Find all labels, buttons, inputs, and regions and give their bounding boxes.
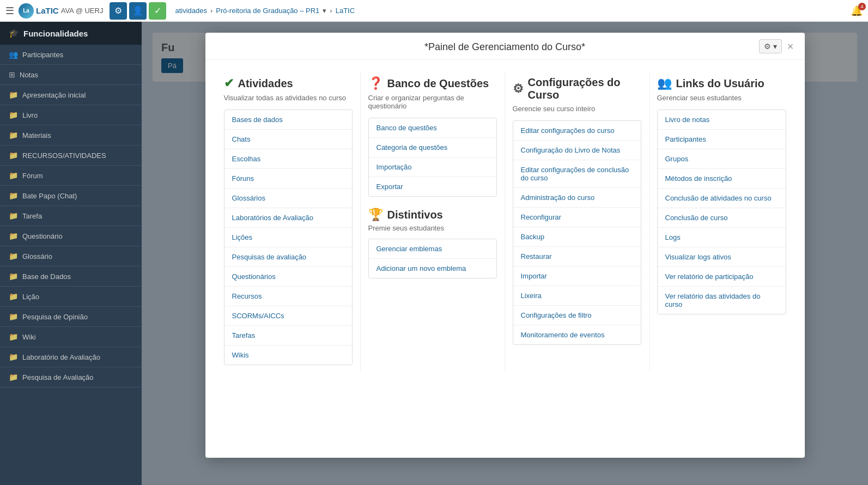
sidebar-item-participantes[interactable]: 👥 Participantes xyxy=(0,45,142,65)
link-categoria-questoes[interactable]: Categoria de questões xyxy=(369,138,496,157)
link-licoes[interactable]: Lições xyxy=(224,228,352,247)
banco-questoes-icon: ❓ xyxy=(368,76,383,90)
sidebar-item-basededados[interactable]: 📁 Base de Dados xyxy=(0,266,142,287)
link-reconfigurar[interactable]: Reconfigurar xyxy=(513,208,641,227)
link-grupos[interactable]: Grupos xyxy=(658,149,786,169)
sidebar-label-licao: Lição xyxy=(22,293,39,301)
link-importacao[interactable]: Importação xyxy=(369,157,496,177)
sidebar-label-forum: Fórum xyxy=(22,172,43,180)
notification-bell[interactable]: 🔔 4 xyxy=(851,5,863,17)
sidebar-item-materiais[interactable]: 📁 Materiais xyxy=(0,125,142,146)
modal-gear-button[interactable]: ⚙ ▾ xyxy=(759,39,782,53)
hamburger-menu-icon[interactable]: ☰ xyxy=(5,5,14,17)
link-conclusao-atividades[interactable]: Conclusão de atividades no curso xyxy=(658,189,786,208)
atividades-title: ✔ Atividades xyxy=(224,76,353,90)
modal-close-button[interactable]: × xyxy=(785,41,796,52)
link-scorms[interactable]: SCORMs/AICCs xyxy=(224,306,352,326)
sidebar-label-livro: Livro xyxy=(22,111,38,119)
breadcrumb-latic[interactable]: LaTIC xyxy=(336,7,355,15)
link-editar-config-conclusao[interactable]: Editar configurações de conclusão do cur… xyxy=(513,160,641,188)
sidebar-item-glossario[interactable]: 📁 Glossário xyxy=(0,246,142,266)
sidebar-label-wiki: Wiki xyxy=(22,333,36,341)
sidebar-item-pesquisa-avaliacao[interactable]: 📁 Pesquisa de Avaliação xyxy=(0,367,142,387)
sidebar-item-forum[interactable]: 📁 Fórum xyxy=(0,166,142,186)
folder-icon-13: 📁 xyxy=(9,332,18,341)
link-foruns[interactable]: Fóruns xyxy=(224,169,352,189)
distintivos-subtitle: Premie seus estudantes xyxy=(368,224,497,232)
folder-icon-14: 📁 xyxy=(9,353,18,361)
link-restaurar[interactable]: Restaurar xyxy=(513,247,641,266)
link-conclusao-curso[interactable]: Conclusão de curso xyxy=(658,208,786,228)
settings-icon-btn[interactable]: ⚙ xyxy=(110,2,127,20)
sidebar-item-livro[interactable]: 📁 Livro xyxy=(0,105,142,125)
sidebar-item-apresentacao[interactable]: 📁 Apresentação inicial xyxy=(0,85,142,105)
gear-icon: ⚙ xyxy=(764,42,771,51)
link-adicionar-emblema[interactable]: Adicionar um novo emblema xyxy=(369,259,496,278)
link-backup[interactable]: Backup xyxy=(513,227,641,247)
link-bases-de-dados[interactable]: Bases de dados xyxy=(224,110,352,130)
configuracoes-links: Editar configurações do curso Configuraç… xyxy=(513,120,641,345)
banco-questoes-title: ❓ Banco de Questões xyxy=(368,76,497,90)
link-questionarios[interactable]: Questionários xyxy=(224,267,352,287)
sidebar-item-pesquisa-opiniao[interactable]: 📁 Pesquisa de Opinião xyxy=(0,307,142,327)
sidebar-item-recursos[interactable]: 📁 RECURSOS/ATIVIDADES xyxy=(0,146,142,166)
link-metodos-inscricao[interactable]: Métodos de inscrição xyxy=(658,169,786,189)
link-wikis[interactable]: Wikis xyxy=(224,345,352,365)
link-glossarios[interactable]: Glossários xyxy=(224,189,352,208)
link-logs[interactable]: Logs xyxy=(658,228,786,247)
notas-icon: ⊞ xyxy=(9,70,15,79)
sidebar-item-licao[interactable]: 📁 Lição xyxy=(0,287,142,307)
sidebar-label-apresentacao: Apresentação inicial xyxy=(22,91,86,99)
link-banco-questoes[interactable]: Banco de questões xyxy=(369,118,496,138)
folder-icon-5: 📁 xyxy=(9,171,18,180)
atividades-section: ✔ Atividades Visualizar todas as ativida… xyxy=(216,71,361,371)
link-tarefas[interactable]: Tarefas xyxy=(224,326,352,345)
link-livro-notas[interactable]: Livro de notas xyxy=(658,110,786,130)
modal-body: ✔ Atividades Visualizar todas as ativida… xyxy=(205,60,805,381)
folder-icon-6: 📁 xyxy=(9,191,18,200)
link-configuracoes-filtro[interactable]: Configurações de filtro xyxy=(513,306,641,325)
sidebar-item-wiki[interactable]: 📁 Wiki xyxy=(0,327,142,347)
sidebar-item-tarefa[interactable]: 📁 Tarefa xyxy=(0,206,142,226)
link-relatorio-atividades[interactable]: Ver relatório das atividades do curso xyxy=(658,287,786,314)
link-administracao-curso[interactable]: Administração do curso xyxy=(513,188,641,208)
link-exportar[interactable]: Exportar xyxy=(369,177,496,196)
sidebar-item-notas[interactable]: ⊞ Notas xyxy=(0,65,142,85)
check-icon-btn[interactable]: ✓ xyxy=(149,2,166,20)
link-importar[interactable]: Importar xyxy=(513,266,641,286)
folder-icon-2: 📁 xyxy=(9,111,18,119)
users-icon-btn[interactable]: 👤 xyxy=(129,2,147,20)
atividades-subtitle: Visualizar todas as atividades no curso xyxy=(224,94,353,102)
configuracoes-icon: ⚙ xyxy=(513,82,524,96)
link-monitoramento-eventos[interactable]: Monitoramento de eventos xyxy=(513,325,641,344)
folder-icon-8: 📁 xyxy=(9,232,18,240)
link-lixeira[interactable]: Lixeira xyxy=(513,286,641,306)
sidebar-item-lab-avaliacao[interactable]: 📁 Laboratório de Avaliação xyxy=(0,347,142,367)
main-layout: 🎓 Funcionalidades 👥 Participantes ⊞ Nota… xyxy=(0,22,868,485)
link-editar-config-curso[interactable]: Editar configurações do curso xyxy=(513,121,641,141)
link-laboratorios-avaliacao[interactable]: Laboratórios de Avaliação xyxy=(224,208,352,228)
sidebar-item-questionario[interactable]: 📁 Questionário xyxy=(0,226,142,246)
link-recursos[interactable]: Recursos xyxy=(224,287,352,306)
link-chats[interactable]: Chats xyxy=(224,130,352,149)
link-relatorio-participacao[interactable]: Ver relatório de participação xyxy=(658,267,786,287)
link-escolhas[interactable]: Escolhas xyxy=(224,149,352,169)
breadcrumb-uerj[interactable]: atividades xyxy=(175,7,207,15)
link-participantes[interactable]: Participantes xyxy=(658,130,786,149)
sidebar-header: 🎓 Funcionalidades xyxy=(0,22,142,45)
link-pesquisas-avaliacao[interactable]: Pesquisas de avaliação xyxy=(224,247,352,267)
link-gerenciar-emblemas[interactable]: Gerenciar emblemas xyxy=(369,239,496,259)
folder-icon-9: 📁 xyxy=(9,252,18,260)
links-usuario-links: Livro de notas Participantes Grupos Méto… xyxy=(657,110,786,314)
sidebar-item-batepapo[interactable]: 📁 Bate Papo (Chat) xyxy=(0,186,142,206)
link-config-livro-notas[interactable]: Configuração do Livro de Notas xyxy=(513,141,641,160)
distintivos-title: 🏆 Distintivos xyxy=(368,208,497,222)
sidebar-label-pesquisa-opiniao: Pesquisa de Opinião xyxy=(22,313,88,321)
folder-icon-12: 📁 xyxy=(9,312,18,321)
topbar-icon-group: ⚙ 👤 ✓ xyxy=(110,2,166,20)
breadcrumb-pr1[interactable]: Pró-reitoria de Graduação – PR1 xyxy=(216,7,319,15)
folder-icon-11: 📁 xyxy=(9,292,18,301)
link-visualizar-logs-ativos[interactable]: Visualizar logs ativos xyxy=(658,247,786,267)
gear-dropdown-arrow: ▾ xyxy=(773,42,777,51)
logo-prefix: AVA @ UERJ xyxy=(61,7,104,15)
